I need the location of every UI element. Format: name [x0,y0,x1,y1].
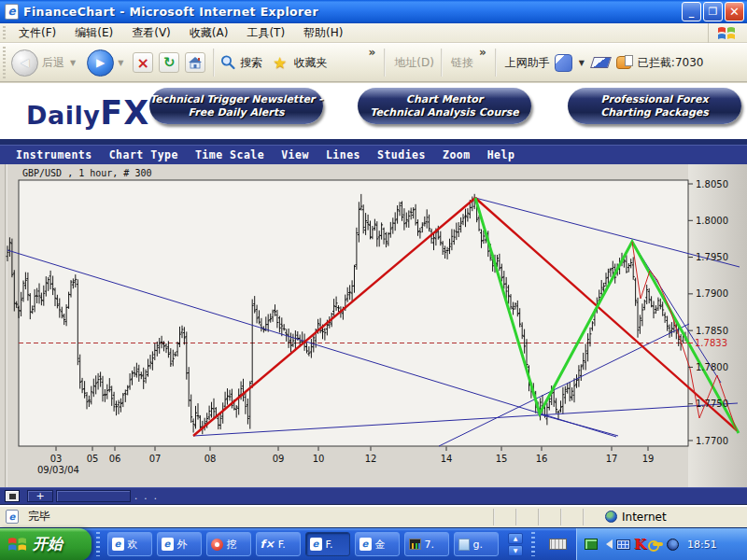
taskbar-button[interactable]: eF. [305,532,350,556]
menu-item[interactable]: 帮助(H) [294,24,352,41]
chart-menu-studies[interactable]: Studies [369,148,434,161]
chart-area[interactable]: GBP/USD , 1 hour, # 3001.80501.80001.795… [0,164,747,487]
banner-button-line: Free Daily Alerts [188,106,284,119]
links-overflow-chevron[interactable]: » [479,44,486,59]
taskbar-button[interactable]: e欢 [107,532,152,556]
x-axis-label: 03 [50,454,63,464]
start-button[interactable]: 开始 [0,528,92,560]
chart-tool-crosshair-icon[interactable]: + [27,490,53,502]
taskbar: 开始 e欢e外挖f×F.eF.e金7.g. ▲ ▼ K 18:51 [0,527,747,560]
toolbar-grip[interactable] [3,26,6,39]
links-label[interactable]: 链接 [451,55,473,71]
taskbar-button-label: g. [473,539,483,551]
ie-icon: e [310,538,322,551]
assistant-label[interactable]: 上网助手 [505,55,550,71]
banner-button-line: Professional Forex [600,93,708,106]
menu-item[interactable]: 编辑(E) [65,24,122,41]
toolbar-separator3 [441,49,443,77]
chart-menu-chart-type[interactable]: Chart Type [101,148,187,161]
chart-menu-bar: InstrumentsChart TypeTime ScaleViewLines… [0,145,747,164]
forward-button[interactable]: ▶ [87,49,114,77]
chart-menu-help[interactable]: Help [479,148,524,161]
x-axis-label: 17 [606,454,618,464]
banner-button-chart-mentor[interactable]: Chart Mentor Technical Analysis Course [358,88,531,124]
windows-flag-logo [708,23,743,43]
toolbar-separator4 [495,49,497,77]
chart-tool-pointer-icon[interactable] [5,490,20,502]
toolbar-grip2[interactable] [3,47,6,78]
taskbar-button-label: 金 [375,538,386,552]
network-status-icon[interactable] [585,539,598,550]
chart-menu-time-scale[interactable]: Time Scale [187,148,273,161]
toolbar-overflow-chevron[interactable]: » [369,44,376,59]
volume-icon[interactable] [601,539,613,549]
firewall-icon[interactable] [616,539,630,550]
menu-items: 文件(F)编辑(E)查看(V)收藏(A)工具(T)帮助(H) [9,25,352,41]
taskbar-grip[interactable] [96,532,100,556]
menu-item[interactable]: 收藏(A) [180,24,238,41]
banner-button-newsletter[interactable]: Technical Trigger Newsletter - Free Dail… [149,88,323,124]
favorites-button[interactable]: ★ 收藏夹 [270,53,329,72]
chart-menu-lines[interactable]: Lines [317,148,369,161]
kingsoft-icon[interactable]: K [634,536,646,553]
taskbar-grip2[interactable] [531,532,535,556]
address-bar-label[interactable]: 地址(D) [394,55,434,71]
chart-menu-instruments[interactable]: Instruments [7,148,101,161]
globe-tray-icon[interactable] [667,539,679,551]
price-chart-svg[interactable]: GBP/USD , 1 hour, # 3001.80501.80001.795… [0,164,747,487]
dailyfx-logo[interactable]: DailyFX [26,94,149,132]
x-axis-label: 08 [204,454,217,464]
taskbar-button-label: 7. [425,539,435,551]
start-label: 开始 [33,535,63,554]
chart-menu-zoom[interactable]: Zoom [434,148,479,161]
taskbar-button[interactable]: g. [454,532,499,556]
menu-bar: 文件(F)编辑(E)查看(V)收藏(A)工具(T)帮助(H) [0,23,747,43]
close-button[interactable]: ✕ [725,2,744,21]
back-button[interactable]: ◀ [11,49,38,77]
note-icon [458,539,470,551]
assistant-icon[interactable] [555,54,572,72]
taskbar-button[interactable]: 7. [404,532,449,556]
taskbar-button[interactable]: f×F. [256,532,301,556]
blocked-count-label: 已拦截:7030 [638,55,704,71]
x-axis-label: 05 [87,454,99,464]
plot-area[interactable] [19,180,688,446]
chart-readout-panel [56,490,131,502]
taskbar-button-label: 外 [177,538,188,552]
taskbar-button[interactable]: e外 [157,532,202,556]
ie-icon: e [162,538,174,551]
stop-button[interactable]: × [133,52,153,73]
chart-menu-view[interactable]: View [273,148,317,161]
search-button[interactable]: 搜索 [219,54,264,71]
menu-item[interactable]: 查看(V) [122,24,180,41]
y-axis-label: 1.8050 [696,179,728,189]
title-bar[interactable]: e FinanceChart - Microsoft Internet Expl… [0,0,747,23]
key-icon[interactable] [653,542,663,546]
back-label: 后退 [42,55,64,71]
desktop: { "window": { "title": "FinanceChart - M… [0,0,747,560]
input-method-keyboard-icon[interactable] [549,539,567,550]
home-button[interactable] [185,52,205,73]
refresh-button[interactable]: ↻ [159,52,179,73]
banner-button-pro-charting[interactable]: Professional Forex Charting Packages [568,88,741,124]
banner-button-line: Charting Packages [600,106,709,119]
chart-title: GBP/USD , 1 hour, # 300 [22,168,151,178]
assistant-dropdown-icon[interactable]: ▼ [579,59,585,67]
minimize-button[interactable]: _ [682,2,701,21]
forward-dropdown-icon[interactable]: ▼ [118,59,123,67]
menu-item[interactable]: 文件(F) [9,24,65,41]
taskbar-scroll-down[interactable]: ▼ [508,545,523,556]
popup-blocker-hand-icon[interactable] [616,56,631,69]
taskbar-button[interactable]: 挖 [206,532,251,556]
windows-flag-icon [717,25,736,42]
back-dropdown-icon[interactable]: ▼ [70,59,76,67]
taskbar-button[interactable]: e金 [355,532,400,556]
ad-eraser-icon[interactable] [590,57,612,68]
taskbar-scroll-up[interactable]: ▲ [508,533,523,544]
menu-item[interactable]: 工具(T) [237,24,294,41]
restore-button[interactable]: ❐ [703,2,723,21]
chart-bottom-toolbar: + . . . [0,487,747,505]
banner-button-line: Technical Trigger Newsletter - [149,93,322,106]
system-tray: K 18:51 [576,528,747,560]
status-ie-icon: e [6,510,19,524]
